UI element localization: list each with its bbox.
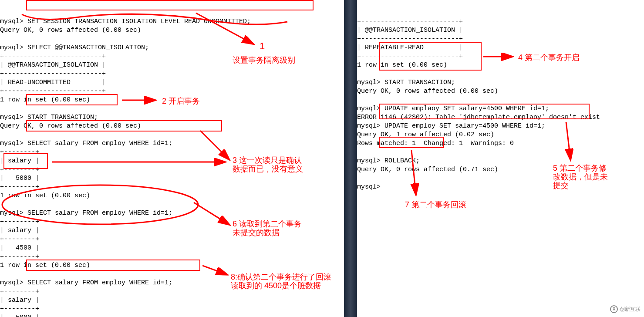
annot-4: 4 第二个事务开启 (518, 53, 580, 62)
hl-box-4 (379, 42, 482, 71)
svg-point-0 (2, 185, 198, 224)
hl-box-3 (26, 120, 222, 132)
svg-line-7 (194, 202, 229, 224)
arrow-2 (122, 96, 161, 105)
watermark: X 创新互联 (610, 305, 641, 314)
hl-box-5 (379, 104, 590, 119)
arrow-3b (196, 126, 235, 165)
arrow-4 (483, 52, 518, 61)
watermark-logo-icon: X (610, 305, 618, 313)
arrow-8 (202, 261, 231, 279)
hl-oval-6 (0, 183, 200, 226)
annot-1-text: 设置事务隔离级别 (233, 56, 295, 64)
hl-box-3-value (3, 153, 48, 169)
watermark-text: 创新互联 (620, 305, 641, 314)
svg-line-9 (202, 266, 226, 274)
svg-line-8 (411, 150, 416, 194)
arrow-5 (557, 122, 579, 163)
svg-line-6 (566, 122, 570, 159)
annot-5: 5 第二个事务修 改数据，但是未 提交 (553, 164, 608, 190)
annot-3: 3 这一次读只是确认 数据而已，没有意义 (233, 156, 303, 173)
annot-7: 7 第二个事务回滚 (405, 200, 466, 209)
hl-box-2 (26, 94, 118, 105)
svg-line-4 (200, 131, 229, 159)
annot-2: 2 开启事务 (162, 97, 200, 105)
arrow-1 (187, 9, 266, 52)
svg-line-1 (196, 13, 253, 44)
hl-box-7 (379, 137, 444, 148)
hl-box-8 (26, 260, 200, 271)
annot-8: 8:确认第二个事务进行了回滚 读取到的 4500是个脏数据 (231, 273, 331, 290)
arrow-7 (405, 150, 427, 200)
window-divider (344, 0, 357, 317)
arrow-6 (192, 200, 233, 231)
annot-6: 6 读取到第二个事务 未提交的数据 (233, 219, 302, 237)
